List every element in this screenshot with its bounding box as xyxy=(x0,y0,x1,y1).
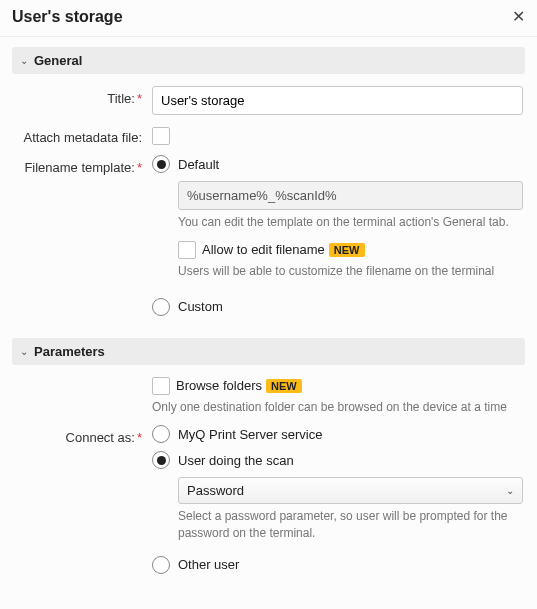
label-title: Title:* xyxy=(12,86,152,115)
row-filename-template: Filename template:* Default You can edit… xyxy=(12,155,525,324)
radio-other-user-label: Other user xyxy=(178,557,239,572)
required-mark: * xyxy=(137,91,142,106)
password-select[interactable]: Password ⌄ xyxy=(178,477,523,504)
title-input[interactable] xyxy=(152,86,523,115)
row-allow-edit: Allow to edit filename NEW xyxy=(178,241,523,259)
allow-edit-label: Allow to edit filename xyxy=(202,242,325,257)
radio-user-scan-label: User doing the scan xyxy=(178,453,294,468)
new-badge: NEW xyxy=(266,379,302,393)
label-filename-template: Filename template:* xyxy=(12,155,152,324)
radio-row-default[interactable]: Default xyxy=(152,155,523,173)
row-title: Title:* xyxy=(12,86,525,115)
row-attach-metadata: Attach metadata file: xyxy=(12,125,525,145)
allow-edit-hint: Users will be able to customize the file… xyxy=(178,263,523,280)
section-header-general[interactable]: ⌄ General xyxy=(12,47,525,74)
radio-custom-label: Custom xyxy=(178,299,223,314)
browse-hint: Only one destination folder can be brows… xyxy=(152,399,523,416)
label-attach-metadata: Attach metadata file: xyxy=(12,125,152,145)
allow-edit-checkbox[interactable] xyxy=(178,241,196,259)
password-hint: Select a password parameter, so user wil… xyxy=(178,508,523,542)
dialog-header: User's storage ✕ xyxy=(0,0,537,37)
radio-default-label: Default xyxy=(178,157,219,172)
attach-metadata-checkbox[interactable] xyxy=(152,127,170,145)
required-mark: * xyxy=(137,430,142,445)
label-connect-as: Connect as:* xyxy=(12,425,152,574)
radio-row-custom[interactable]: Custom xyxy=(152,298,523,316)
required-mark: * xyxy=(137,160,142,175)
browse-folders-checkbox[interactable] xyxy=(152,377,170,395)
new-badge: NEW xyxy=(329,243,365,257)
row-browse-folders: Browse folders NEW Only one destination … xyxy=(12,377,525,416)
chevron-down-icon: ⌄ xyxy=(20,346,28,357)
radio-row-service[interactable]: MyQ Print Server service xyxy=(152,425,523,443)
label-empty xyxy=(12,377,152,416)
browse-folders-label: Browse folders xyxy=(176,378,262,393)
section-title-parameters: Parameters xyxy=(34,344,105,359)
radio-default[interactable] xyxy=(152,155,170,173)
chevron-down-icon: ⌄ xyxy=(506,485,514,496)
checkbox-row-browse: Browse folders NEW xyxy=(152,377,523,395)
row-connect-as: Connect as:* MyQ Print Server service Us… xyxy=(12,425,525,574)
chevron-down-icon: ⌄ xyxy=(20,55,28,66)
section-title-general: General xyxy=(34,53,82,68)
dialog-content: ⌄ General Title:* Attach metadata file: … xyxy=(0,37,537,574)
section-header-parameters[interactable]: ⌄ Parameters xyxy=(12,338,525,365)
password-select-value: Password xyxy=(187,483,244,498)
template-readonly-input xyxy=(178,181,523,210)
close-icon[interactable]: ✕ xyxy=(512,9,525,25)
radio-service-label: MyQ Print Server service xyxy=(178,427,322,442)
radio-other-user[interactable] xyxy=(152,556,170,574)
radio-row-user-scan[interactable]: User doing the scan xyxy=(152,451,523,469)
radio-service[interactable] xyxy=(152,425,170,443)
dialog-title: User's storage xyxy=(12,8,123,26)
radio-user-scan[interactable] xyxy=(152,451,170,469)
template-hint: You can edit the template on the termina… xyxy=(178,214,523,231)
radio-row-other-user[interactable]: Other user xyxy=(152,556,523,574)
radio-custom[interactable] xyxy=(152,298,170,316)
